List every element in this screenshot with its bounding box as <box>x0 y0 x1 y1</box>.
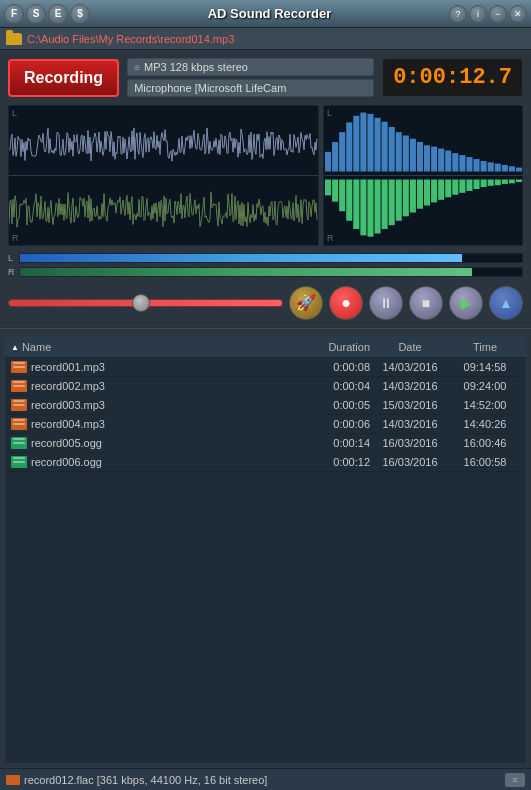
filepath-bar: C:\Audio Files\My Records\record014.mp3 <box>0 28 531 50</box>
record-icon: ● <box>341 294 351 312</box>
waveform-canvas <box>9 106 318 245</box>
volume-slider-track[interactable] <box>8 299 283 307</box>
file-type-icon <box>11 456 27 468</box>
col-date-label[interactable]: Date <box>370 341 450 353</box>
spectrum-label-r: R <box>327 233 334 243</box>
file-name-label: record004.mp3 <box>31 418 105 430</box>
level-bar-r <box>20 268 472 276</box>
window-controls: ? i − ✕ <box>449 5 527 23</box>
upload-button[interactable]: ▲ <box>489 286 523 320</box>
file-time: 14:52:00 <box>450 399 520 411</box>
status-text: record012.flac [361 kbps, 44100 Hz, 16 b… <box>24 774 501 786</box>
timer-display: 0:00:12.7 <box>382 58 523 97</box>
file-time: 16:00:46 <box>450 437 520 449</box>
pause-button[interactable]: ⏸ <box>369 286 403 320</box>
spectrum-canvas <box>324 106 522 245</box>
level-row-l: L <box>8 252 523 264</box>
status-menu-icon[interactable]: ≡ <box>505 773 525 787</box>
filepath-dir: C:\Audio Files\My Records\ <box>27 33 160 45</box>
file-duration: 0:00:08 <box>290 361 370 373</box>
table-row[interactable]: record001.mp3 0:00:08 14/03/2016 09:14:5… <box>5 358 526 377</box>
file-list: ▲ Name Duration Date Time record001.mp3 … <box>4 336 527 764</box>
file-date: 16/03/2016 <box>370 456 450 468</box>
rocket-icon: 🚀 <box>296 293 316 312</box>
level-bar-container-l <box>19 253 523 263</box>
file-type-icon <box>11 437 27 449</box>
icon-e[interactable]: E <box>48 4 68 24</box>
file-name-cell: record003.mp3 <box>11 399 290 411</box>
status-file-icon <box>6 775 20 785</box>
table-row[interactable]: record002.mp3 0:00:04 14/03/2016 09:24:0… <box>5 377 526 396</box>
file-duration: 0:00:12 <box>290 456 370 468</box>
rocket-button[interactable]: 🚀 <box>289 286 323 320</box>
channel-label-l: L <box>12 108 17 118</box>
waveform-left: L R <box>8 105 319 246</box>
file-type-icon <box>11 361 27 373</box>
channel-label-r: R <box>12 233 19 243</box>
file-duration: 0:00:04 <box>290 380 370 392</box>
filepath-text: C:\Audio Files\My Records\record014.mp3 <box>27 33 234 45</box>
table-row[interactable]: record006.ogg 0:00:12 16/03/2016 16:00:5… <box>5 453 526 472</box>
file-time: 16:00:58 <box>450 456 520 468</box>
play-button[interactable]: ▶ <box>449 286 483 320</box>
sort-arrow-icon: ▲ <box>11 343 19 352</box>
col-time-label[interactable]: Time <box>450 341 520 353</box>
file-name-label: record003.mp3 <box>31 399 105 411</box>
file-date: 14/03/2016 <box>370 380 450 392</box>
table-row[interactable]: record004.mp3 0:00:06 14/03/2016 14:40:2… <box>5 415 526 434</box>
main-container: F S E $ AD Sound Recorder ? i − ✕ C:\Aud… <box>0 0 531 790</box>
divider <box>0 327 531 330</box>
file-date: 14/03/2016 <box>370 361 450 373</box>
spectrum-right: L R <box>323 105 523 246</box>
device-label: Microphone [Microsoft LifeCam <box>134 82 286 94</box>
format-row[interactable]: ≡ MP3 128 kbps stereo <box>127 58 374 76</box>
title-icons: F S E $ <box>4 4 90 24</box>
file-date: 15/03/2016 <box>370 399 450 411</box>
waveform-section: L R L R <box>0 105 531 250</box>
icon-f[interactable]: F <box>4 4 24 24</box>
file-duration: 0:00:05 <box>290 399 370 411</box>
play-icon: ▶ <box>461 295 472 311</box>
icon-dollar[interactable]: $ <box>70 4 90 24</box>
level-bar-l <box>20 254 462 262</box>
file-type-icon <box>11 418 27 430</box>
file-date: 14/03/2016 <box>370 418 450 430</box>
table-row[interactable]: record005.ogg 0:00:14 16/03/2016 16:00:4… <box>5 434 526 453</box>
table-row[interactable]: record003.mp3 0:00:05 15/03/2016 14:52:0… <box>5 396 526 415</box>
record-button[interactable]: ● <box>329 286 363 320</box>
file-name-cell: record005.ogg <box>11 437 290 449</box>
file-name-label: record002.mp3 <box>31 380 105 392</box>
file-type-icon <box>11 380 27 392</box>
folder-icon <box>6 33 22 45</box>
volume-slider-thumb[interactable] <box>132 294 150 312</box>
status-bar: record012.flac [361 kbps, 44100 Hz, 16 b… <box>0 768 531 790</box>
volume-slider-container <box>8 299 283 307</box>
level-label-r: R <box>8 267 16 277</box>
minimize-button[interactable]: − <box>489 5 507 23</box>
col-header-name[interactable]: ▲ Name <box>11 341 290 353</box>
help-button[interactable]: ? <box>449 5 467 23</box>
file-duration: 0:00:14 <box>290 437 370 449</box>
level-meters: L R <box>0 250 531 280</box>
format-label: MP3 128 kbps stereo <box>144 61 248 73</box>
level-bar-container-r <box>19 267 523 277</box>
device-row[interactable]: Microphone [Microsoft LifeCam <box>127 79 374 97</box>
col-duration-label[interactable]: Duration <box>290 341 370 353</box>
recording-settings: ≡ MP3 128 kbps stereo Microphone [Micros… <box>127 58 374 97</box>
col-name-label: Name <box>22 341 51 353</box>
file-time: 09:14:58 <box>450 361 520 373</box>
file-time: 09:24:00 <box>450 380 520 392</box>
file-time: 14:40:26 <box>450 418 520 430</box>
stop-button[interactable]: ■ <box>409 286 443 320</box>
file-name-label: record005.ogg <box>31 437 102 449</box>
spectrum-label-l: L <box>327 108 332 118</box>
file-name-label: record001.mp3 <box>31 361 105 373</box>
file-date: 16/03/2016 <box>370 437 450 449</box>
file-name-cell: record006.ogg <box>11 456 290 468</box>
icon-s[interactable]: S <box>26 4 46 24</box>
file-name-label: record006.ogg <box>31 456 102 468</box>
filepath-filename: record014.mp3 <box>160 33 234 45</box>
info-button[interactable]: i <box>469 5 487 23</box>
level-row-r: R <box>8 266 523 278</box>
close-button[interactable]: ✕ <box>509 5 527 23</box>
